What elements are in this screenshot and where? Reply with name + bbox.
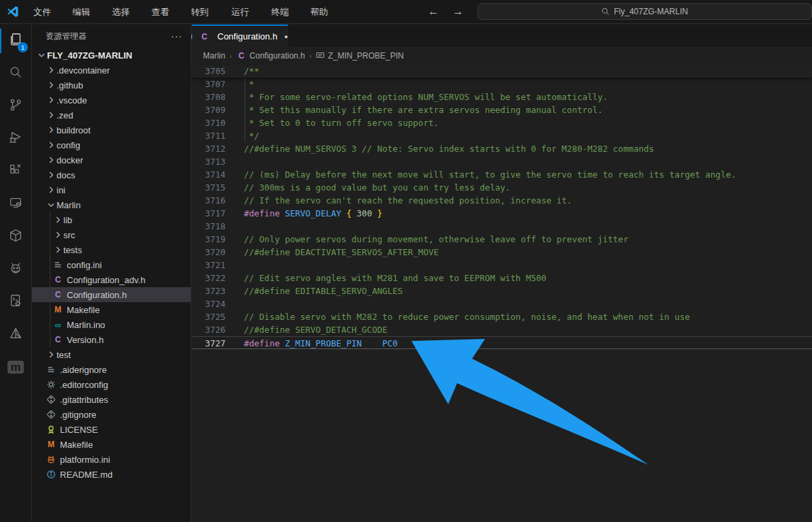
code-line-3724[interactable]: 3724: [192, 297, 812, 310]
tree-item-.gitattributes[interactable]: .gitattributes: [32, 392, 191, 407]
code-line-3715[interactable]: 3715 // 300ms is a good value but you ca…: [192, 181, 812, 194]
chevron-right-icon: [46, 140, 57, 150]
code-line-3719[interactable]: 3719 // Only power servos during movemen…: [192, 233, 812, 246]
tree-item-buildroot[interactable]: buildroot: [32, 123, 191, 137]
tree-item-.editorconfig[interactable]: .editorconfig: [32, 377, 191, 392]
breadcrumb-0[interactable]: Marlin: [203, 51, 225, 61]
breadcrumb-2[interactable]: Z_MIN_PROBE_PIN: [315, 50, 403, 62]
code-line-3727[interactable]: 3727 #define Z_MIN_PROBE_PIN PC0: [192, 336, 812, 349]
tree-item-.github[interactable]: .github: [32, 78, 191, 93]
menu-item-1[interactable]: 编辑(E): [66, 0, 106, 24]
activity-remote-explorer[interactable]: [0, 188, 31, 221]
explorer-sidebar: 资源管理器 ··· FLY_407ZG-MARLIN .devcontainer…: [32, 25, 191, 522]
tree-item-platformio.ini[interactable]: platformio.ini: [32, 452, 191, 467]
menu-item-0[interactable]: 文件(F): [27, 0, 66, 24]
tree-item-tests[interactable]: tests: [32, 242, 191, 257]
tree-item-makefile[interactable]: MMakefile: [32, 437, 191, 452]
tree-item-src[interactable]: src: [32, 227, 191, 242]
tree-item-config[interactable]: config: [32, 137, 191, 152]
activity-extensions[interactable]: [0, 155, 31, 188]
comment-indent-guide: [245, 78, 245, 142]
tree-item-docker[interactable]: docker: [32, 152, 191, 167]
line-number: 3725: [192, 310, 225, 323]
tree-item-config.ini[interactable]: config.ini: [32, 257, 191, 272]
tree-item-configuration.h[interactable]: CConfiguration.h: [32, 287, 191, 302]
c-file-icon: C: [236, 50, 247, 61]
activity-marlin-ext[interactable]: m: [0, 351, 31, 384]
tree-item-configuration_adv.h[interactable]: CConfiguration_adv.h: [32, 272, 191, 287]
code-line-3726[interactable]: 3726 //#define SERVO_DETACH_GCODE: [192, 323, 812, 336]
code-line-3714[interactable]: 3714 // (ms) Delay before the next move …: [192, 168, 812, 181]
tree-item-marlin.ino[interactable]: ∞Marlin.ino: [32, 317, 191, 332]
debug-icon: [8, 130, 23, 148]
forward-arrow-icon[interactable]: →: [450, 5, 465, 18]
breadcrumb-1[interactable]: CConfiguration.h: [236, 50, 304, 61]
activity-explorer[interactable]: 1: [0, 25, 31, 57]
activity-platformio[interactable]: [0, 253, 31, 286]
c-file-icon: C: [52, 274, 63, 285]
code-line-3707[interactable]: 3707 *: [192, 78, 812, 91]
code-lines[interactable]: 3707 * 3708 * For some servo-related opt…: [192, 78, 812, 349]
code-line-3717[interactable]: 3717 #define SERVO_DELAY { 300 }: [192, 207, 812, 220]
activity-source-control[interactable]: [0, 90, 31, 123]
menu-item-2[interactable]: 选择(S): [106, 0, 145, 24]
code-line-3711[interactable]: 3711 */: [192, 129, 812, 142]
arduino-icon: ∞: [52, 319, 63, 330]
code-line-3710[interactable]: 3710 * Set to 0 to turn off servo suppor…: [192, 116, 812, 129]
tree-item-lib[interactable]: lib: [32, 212, 191, 227]
code-line-3712[interactable]: 3712 //#define NUM_SERVOS 3 // Note: Ser…: [192, 142, 812, 155]
chevron-right-icon: [46, 110, 57, 120]
search-icon: [602, 7, 610, 16]
code-line-3723[interactable]: 3723 //#define EDITABLE_SERVO_ANGLES: [192, 284, 812, 297]
code-line-3722[interactable]: 3722 // Edit servo angles with M281 and …: [192, 272, 812, 284]
code-editor[interactable]: 3705 /** 3707 * 3708 * For some servo-re…: [192, 65, 812, 349]
tree-item-.vscode[interactable]: .vscode: [32, 93, 191, 108]
code-line-3716[interactable]: 3716 // If the servo can't reach the req…: [192, 194, 812, 207]
line-number: 3719: [192, 233, 225, 246]
code-line-3708[interactable]: 3708 * For some servo-related options NU…: [192, 91, 812, 103]
menu-item-3[interactable]: 查看(V): [145, 0, 185, 24]
tree-item-.devcontainer[interactable]: .devcontainer: [32, 63, 191, 78]
command-center-search[interactable]: Fly_407ZG-MARLIN: [478, 3, 812, 20]
activity-run-debug[interactable]: [0, 123, 31, 155]
nav-arrows: ← →: [426, 5, 465, 18]
code-line-3725[interactable]: 3725 // Disable servo with M282 to reduc…: [192, 310, 812, 323]
activity-cmake[interactable]: [0, 319, 31, 351]
tab-configuration-h[interactable]: C Configuration.h ●: [192, 25, 288, 47]
code-line-3718[interactable]: 3718: [192, 220, 812, 233]
code-line-3720[interactable]: 3720 //#define DEACTIVATE_SERVOS_AFTER_M…: [192, 246, 812, 259]
tree-item-readme.md[interactable]: README.md: [32, 467, 191, 482]
menu-item-6[interactable]: 终端(T): [265, 0, 304, 24]
modified-dot-icon[interactable]: ●: [284, 33, 287, 40]
tree-item-license[interactable]: LICENSE: [32, 422, 191, 437]
tree-item-version.h[interactable]: CVersion.h: [32, 332, 191, 347]
tree-item-ini[interactable]: ini: [32, 182, 191, 197]
line-number: 3716: [192, 194, 225, 207]
tree-item-marlin[interactable]: Marlin: [32, 197, 191, 212]
tree-item-makefile[interactable]: MMakefile: [32, 302, 191, 317]
more-actions-icon[interactable]: ···: [171, 31, 183, 42]
activity-containers[interactable]: [0, 221, 31, 253]
code-line-3705[interactable]: 3705 /**: [192, 65, 812, 78]
line-number: 3709: [192, 103, 225, 116]
code-line-3713[interactable]: 3713: [192, 155, 812, 168]
tree-item-.zed[interactable]: .zed: [32, 108, 191, 123]
code-line-3709[interactable]: 3709 * Set this manually if there are ex…: [192, 103, 812, 116]
back-arrow-icon[interactable]: ←: [426, 5, 441, 18]
line-number: 3723: [192, 284, 225, 297]
activity-search[interactable]: [0, 57, 31, 90]
tree-item-.gitignore[interactable]: .gitignore: [32, 407, 191, 422]
menu-item-4[interactable]: 转到(G): [185, 0, 225, 24]
activity-code-runner[interactable]: [0, 286, 31, 319]
tree-item-.aiderignore[interactable]: .aiderignore: [32, 362, 191, 377]
menu-item-5[interactable]: 运行(R): [225, 0, 266, 24]
code-line-3721[interactable]: 3721: [192, 259, 812, 272]
tree-item-test[interactable]: test: [32, 347, 191, 362]
tree-item-fly_407zg-marlin[interactable]: FLY_407ZG-MARLIN: [32, 48, 191, 63]
tree-item-docs[interactable]: docs: [32, 167, 191, 182]
list-icon: [46, 364, 57, 375]
menu-item-7[interactable]: 帮助(H): [304, 0, 345, 24]
line-number: 3722: [192, 272, 225, 284]
badge: 1: [18, 42, 28, 52]
sticky-scroll-line[interactable]: 3705 /**: [192, 65, 812, 78]
